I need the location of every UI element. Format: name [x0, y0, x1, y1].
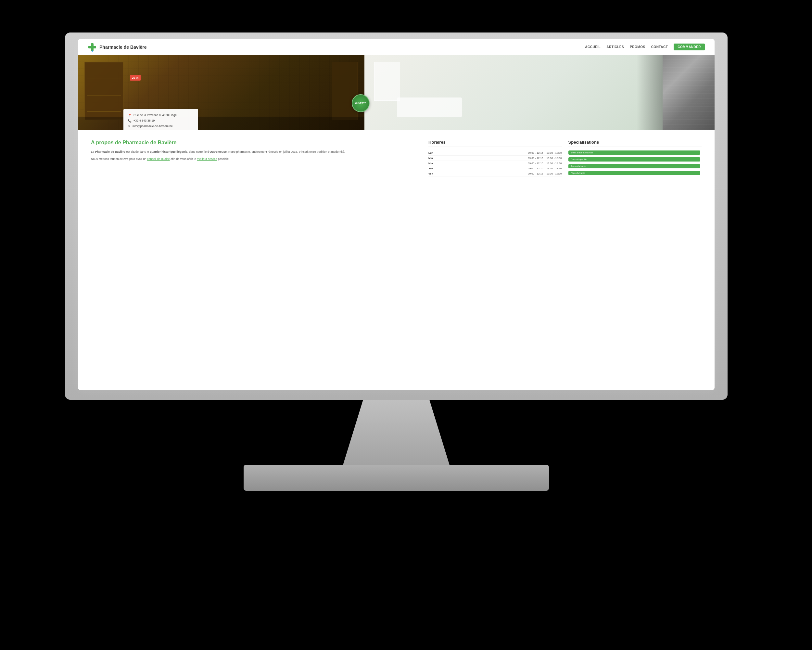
afternoon-mer: 13:30 - 18:30 [546, 162, 562, 165]
conseil-link[interactable]: conseil de qualité [147, 157, 170, 161]
times-ven: 09:00 - 12:15 13:30 - 18:30 [528, 172, 562, 175]
hero-section: 20 % [78, 55, 714, 130]
logo-icon [88, 43, 97, 52]
horaires-table: Lun 09:00 - 12:15 13:30 - 18:30 Mar 09:0… [429, 150, 562, 176]
website: Pharmacie de Bavière ACCUEIL ARTICLES PR… [78, 39, 714, 390]
spec-list: Soins Bébé & Maman Cosmétique Bio Aromat… [568, 150, 702, 176]
horaires-title: Horaires [429, 140, 562, 147]
monitor-stand-base [244, 465, 549, 491]
day-mer: Mer [429, 162, 438, 165]
afternoon-jeu: 13:30 - 18:30 [546, 167, 562, 170]
shelf-unit [84, 62, 124, 120]
about-title: A propos de Pharmacie de Bavière [91, 140, 419, 145]
morning-ven: 09:00 - 12:15 [528, 172, 543, 175]
day-ven: Ven [429, 172, 438, 175]
morning-jeu: 09:00 - 12:15 [528, 167, 543, 170]
ouverte-label: OUVERTE [355, 102, 366, 104]
brand-name: Pharmacie de Bavière [99, 44, 147, 50]
specialisations-title: Spécialisations [568, 140, 702, 147]
spec-bebe: Soins Bébé & Maman [568, 150, 700, 155]
email-icon: ✉ [128, 125, 131, 128]
horaire-row-jeu: Jeu 09:00 - 12:15 13:30 - 18:30 [429, 166, 562, 171]
svg-rect-1 [89, 46, 96, 49]
spec-cosmetique: Cosmétique Bio [568, 157, 700, 162]
hero-right [365, 55, 714, 130]
about-paragraph1: La Pharmacie de Bavière est située dans … [91, 150, 419, 154]
svg-point-2 [92, 50, 93, 52]
phone-icon: 📞 [128, 119, 131, 122]
phone-row: 📞 +32 4 343 38 19 [128, 119, 194, 122]
promo-badge: 20 % [130, 75, 140, 81]
afternoon-lun: 13:30 - 18:30 [546, 151, 562, 154]
info-card: 📍 Rue de la Province 8, 4020 Liège 📞 +32… [124, 109, 198, 130]
horaire-row-lun: Lun 09:00 - 12:15 13:30 - 18:30 [429, 150, 562, 156]
nav-contact[interactable]: CONTACT [651, 45, 668, 49]
nav-promos[interactable]: PROMOS [630, 45, 645, 49]
morning-mar: 09:00 - 12:15 [528, 157, 543, 159]
phone-text: +32 4 343 38 19 [133, 119, 155, 122]
morning-lun: 09:00 - 12:15 [528, 151, 543, 154]
horaire-row-mar: Mar 09:00 - 12:15 13:30 - 18:30 [429, 156, 562, 161]
main-content: A propos de Pharmacie de Bavière La Phar… [78, 130, 714, 186]
times-lun: 09:00 - 12:15 13:30 - 18:30 [528, 151, 562, 154]
counter [397, 98, 462, 117]
screen: Pharmacie de Bavière ACCUEIL ARTICLES PR… [78, 39, 714, 390]
spec-phytotherapie: Phytothérapie [568, 171, 700, 175]
nav-accueil[interactable]: ACCUEIL [585, 45, 601, 49]
right-panel: Horaires Lun 09:00 - 12:15 13:30 - 18:30 [429, 140, 702, 176]
navbar-nav: ACCUEIL ARTICLES PROMOS CONTACT COMMANDE… [585, 44, 705, 50]
email-text: info@pharmacie-de-baviere.be [133, 124, 173, 128]
times-jeu: 09:00 - 12:15 13:30 - 18:30 [528, 167, 562, 170]
location-icon: 📍 [128, 114, 131, 117]
horaire-row-mer: Mer 09:00 - 12:15 13:30 - 18:30 [429, 161, 562, 166]
day-mar: Mar [429, 157, 438, 159]
nav-articles[interactable]: ARTICLES [606, 45, 624, 49]
horaires-section: Horaires Lun 09:00 - 12:15 13:30 - 18:30 [429, 140, 562, 176]
day-lun: Lun [429, 151, 438, 154]
horaire-row-ven: Ven 09:00 - 12:15 13:30 - 18:30 [429, 171, 562, 176]
afternoon-mar: 13:30 - 18:30 [546, 157, 562, 159]
address-row: 📍 Rue de la Province 8, 4020 Liège [128, 113, 194, 117]
address-text: Rue de la Province 8, 4020 Liège [133, 113, 177, 117]
afternoon-ven: 13:30 - 18:30 [546, 172, 562, 175]
spec-aromatherapie: Aromathérapie [568, 164, 700, 168]
email-row: ✉ info@pharmacie-de-baviere.be [128, 124, 194, 128]
navbar-brand: Pharmacie de Bavière [88, 43, 147, 52]
about-section: A propos de Pharmacie de Bavière La Phar… [91, 140, 419, 176]
commander-button[interactable]: COMMANDER [674, 44, 705, 50]
service-link[interactable]: meilleur service [197, 157, 217, 161]
specialisations-section: Spécialisations Soins Bébé & Maman Cosmé… [568, 140, 702, 176]
times-mar: 09:00 - 12:15 13:30 - 18:30 [528, 157, 562, 159]
monitor-stand-neck [341, 400, 452, 471]
morning-mer: 09:00 - 12:15 [528, 162, 543, 165]
about-paragraph2: Nous mettons tout en oeuvre pour avoir u… [91, 157, 419, 161]
times-mer: 09:00 - 12:15 13:30 - 18:30 [528, 162, 562, 165]
ouverte-badge: OUVERTE [352, 94, 369, 112]
hero-left: 20 % [78, 55, 365, 130]
day-jeu: Jeu [429, 167, 438, 170]
navbar: Pharmacie de Bavière ACCUEIL ARTICLES PR… [78, 39, 714, 55]
